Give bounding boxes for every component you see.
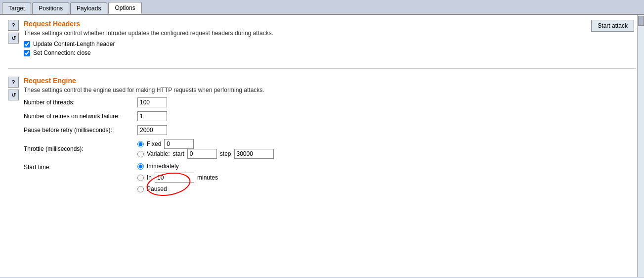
- request-engine-title: Request Engine: [24, 77, 636, 85]
- throttle-label: Throttle (milliseconds):: [24, 145, 137, 152]
- request-engine-desc: These settings control the engine used f…: [24, 87, 636, 93]
- throttle-step-label: step: [220, 150, 231, 157]
- tab-positions[interactable]: Positions: [32, 2, 69, 14]
- start-time-paused-radio[interactable]: [137, 186, 144, 192]
- start-time-paused-row: Paused: [137, 185, 218, 192]
- section-icons-headers: ? ↺: [8, 20, 19, 44]
- start-time-label: Start time:: [24, 163, 137, 171]
- tab-payloads[interactable]: Payloads: [70, 2, 107, 14]
- threads-input[interactable]: [137, 97, 167, 107]
- tab-target[interactable]: Target: [2, 2, 31, 14]
- set-connection-close-label: Set Connection: close: [33, 49, 91, 56]
- throttle-row: Throttle (milliseconds): Fixed Variable:…: [24, 139, 636, 159]
- throttle-variable-row: Variable: start step: [137, 149, 274, 159]
- set-connection-close-row: Set Connection: close: [24, 49, 636, 56]
- retries-row: Number of retries on network failure:: [24, 111, 636, 121]
- scrollbar-thumb[interactable]: [638, 16, 644, 26]
- request-engine-header: ? ↺ Request Engine These settings contro…: [8, 77, 636, 192]
- start-time-immediately-row: Immediately: [137, 163, 218, 170]
- start-time-immediately-radio[interactable]: [137, 163, 144, 170]
- section-icons-engine: ? ↺: [8, 77, 19, 100]
- throttle-fixed-label: Fixed: [147, 140, 161, 147]
- scrollbar[interactable]: [637, 15, 644, 277]
- request-engine-body: Request Engine These settings control th…: [24, 77, 636, 192]
- refresh-icon-engine[interactable]: ↺: [8, 90, 19, 100]
- request-engine-section: ? ↺ Request Engine These settings contro…: [8, 77, 636, 192]
- update-content-length-label: Update Content-Length header: [33, 41, 115, 47]
- update-content-length-checkbox[interactable]: [24, 41, 30, 47]
- main-content: Start attack ? ↺ Request Headers These s…: [0, 15, 644, 277]
- throttle-start-label: start: [172, 150, 184, 157]
- start-time-immediately-label: Immediately: [147, 163, 179, 170]
- pause-retry-input[interactable]: [137, 125, 167, 135]
- help-icon-headers[interactable]: ?: [8, 20, 19, 31]
- section-divider: [8, 68, 636, 69]
- throttle-start-input[interactable]: [187, 149, 217, 159]
- request-headers-body: Request Headers These settings control w…: [24, 20, 636, 58]
- start-attack-button[interactable]: Start attack: [591, 20, 634, 32]
- throttle-variable-label: Variable:: [147, 150, 170, 157]
- throttle-step-input[interactable]: [234, 149, 274, 159]
- start-time-paused-label: Paused: [147, 185, 167, 192]
- start-time-in-radio[interactable]: [137, 175, 144, 181]
- request-headers-title: Request Headers: [24, 20, 636, 28]
- pause-retry-label: Pause before retry (milliseconds):: [24, 127, 137, 134]
- pause-retry-row: Pause before retry (milliseconds):: [24, 125, 636, 135]
- update-content-length-row: Update Content-Length header: [24, 41, 636, 47]
- retries-label: Number of retries on network failure:: [24, 113, 137, 120]
- throttle-options: Fixed Variable: start step: [137, 139, 274, 159]
- throttle-fixed-row: Fixed: [137, 139, 274, 149]
- request-headers-header: ? ↺ Request Headers These settings contr…: [8, 20, 636, 58]
- tab-bar: Target Positions Payloads Options: [0, 0, 644, 15]
- request-headers-desc: These settings control whether Intruder …: [24, 30, 636, 37]
- throttle-fixed-radio[interactable]: [137, 141, 144, 147]
- refresh-icon-headers[interactable]: ↺: [8, 33, 19, 44]
- start-time-in-label: In: [147, 174, 152, 181]
- start-time-options: Immediately In minutes Paused: [137, 163, 218, 192]
- start-time-in-input[interactable]: [155, 173, 194, 183]
- tab-options[interactable]: Options: [108, 2, 141, 14]
- threads-row: Number of threads:: [24, 97, 636, 107]
- set-connection-close-checkbox[interactable]: [24, 50, 30, 56]
- help-icon-engine[interactable]: ?: [8, 77, 19, 88]
- throttle-fixed-input[interactable]: [164, 139, 194, 149]
- request-headers-section: ? ↺ Request Headers These settings contr…: [8, 20, 636, 58]
- start-time-in-row: In minutes: [137, 173, 218, 183]
- start-time-section: Start time: Immediately In minutes: [24, 163, 636, 192]
- retries-input[interactable]: [137, 111, 167, 121]
- start-time-minutes-label: minutes: [197, 174, 218, 181]
- throttle-variable-radio[interactable]: [137, 151, 144, 157]
- threads-label: Number of threads:: [24, 99, 137, 106]
